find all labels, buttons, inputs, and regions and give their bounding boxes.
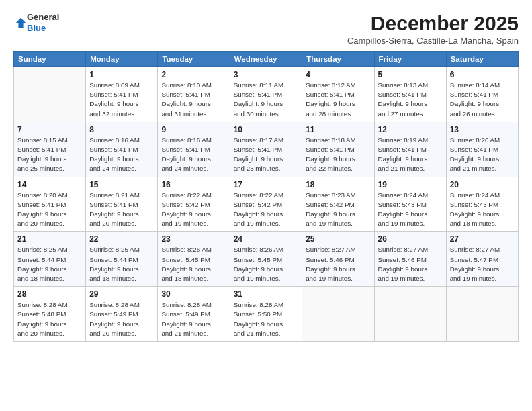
weekday-header-wednesday: Wednesday bbox=[230, 52, 302, 67]
day-number: 16 bbox=[161, 180, 226, 189]
day-info: Sunrise: 8:24 AMSunset: 5:43 PMDaylight:… bbox=[450, 191, 515, 229]
calendar-cell: 26Sunrise: 8:27 AMSunset: 5:46 PMDayligh… bbox=[374, 232, 446, 287]
calendar-cell: 2Sunrise: 8:10 AMSunset: 5:41 PMDaylight… bbox=[158, 67, 230, 122]
calendar-cell: 8Sunrise: 8:16 AMSunset: 5:41 PMDaylight… bbox=[86, 122, 158, 177]
day-number: 11 bbox=[306, 125, 370, 134]
day-info: Sunrise: 8:15 AMSunset: 5:41 PMDaylight:… bbox=[17, 136, 82, 174]
calendar-cell: 27Sunrise: 8:27 AMSunset: 5:47 PMDayligh… bbox=[446, 232, 518, 287]
day-number: 1 bbox=[89, 70, 154, 79]
day-info: Sunrise: 8:23 AMSunset: 5:42 PMDaylight:… bbox=[306, 191, 370, 229]
day-info: Sunrise: 8:28 AMSunset: 5:49 PMDaylight:… bbox=[89, 300, 154, 338]
logo-text: General Blue bbox=[27, 12, 59, 33]
day-number: 30 bbox=[161, 289, 226, 299]
weekday-header-monday: Monday bbox=[86, 52, 158, 67]
calendar-cell: 12Sunrise: 8:19 AMSunset: 5:41 PMDayligh… bbox=[374, 122, 446, 177]
day-info: Sunrise: 8:25 AMSunset: 5:44 PMDaylight:… bbox=[17, 245, 82, 283]
calendar-header: SundayMondayTuesdayWednesdayThursdayFrid… bbox=[14, 52, 519, 67]
calendar-cell: 30Sunrise: 8:28 AMSunset: 5:49 PMDayligh… bbox=[158, 287, 230, 342]
calendar-cell: 22Sunrise: 8:25 AMSunset: 5:44 PMDayligh… bbox=[86, 232, 158, 287]
calendar-cell: 28Sunrise: 8:28 AMSunset: 5:48 PMDayligh… bbox=[14, 287, 86, 342]
weekday-header-friday: Friday bbox=[374, 52, 446, 67]
calendar-cell bbox=[302, 287, 374, 342]
day-number: 26 bbox=[378, 234, 443, 244]
header: General Blue December 2025 Campillos-Sie… bbox=[13, 12, 519, 46]
calendar-cell: 14Sunrise: 8:20 AMSunset: 5:41 PMDayligh… bbox=[14, 177, 86, 232]
calendar-cell: 18Sunrise: 8:23 AMSunset: 5:42 PMDayligh… bbox=[302, 177, 374, 232]
day-number: 18 bbox=[306, 180, 370, 189]
day-info: Sunrise: 8:27 AMSunset: 5:46 PMDaylight:… bbox=[306, 245, 370, 283]
day-number: 10 bbox=[234, 125, 299, 134]
weekday-header-thursday: Thursday bbox=[302, 52, 374, 67]
calendar-cell: 29Sunrise: 8:28 AMSunset: 5:49 PMDayligh… bbox=[86, 287, 158, 342]
location-subtitle: Campillos-Sierra, Castille-La Mancha, Sp… bbox=[347, 36, 519, 46]
day-info: Sunrise: 8:12 AMSunset: 5:41 PMDaylight:… bbox=[306, 81, 370, 119]
day-number: 5 bbox=[378, 70, 443, 79]
day-number: 3 bbox=[234, 70, 299, 79]
calendar-cell: 25Sunrise: 8:27 AMSunset: 5:46 PMDayligh… bbox=[302, 232, 374, 287]
day-number: 28 bbox=[17, 289, 82, 299]
calendar-cell: 20Sunrise: 8:24 AMSunset: 5:43 PMDayligh… bbox=[446, 177, 518, 232]
day-info: Sunrise: 8:16 AMSunset: 5:41 PMDaylight:… bbox=[161, 136, 226, 174]
weekday-header-tuesday: Tuesday bbox=[158, 52, 230, 67]
logo-general: General bbox=[27, 12, 59, 23]
calendar-cell: 11Sunrise: 8:18 AMSunset: 5:41 PMDayligh… bbox=[302, 122, 374, 177]
day-number: 12 bbox=[378, 125, 443, 134]
day-number: 25 bbox=[306, 234, 370, 244]
day-number: 6 bbox=[450, 70, 515, 79]
calendar-cell: 23Sunrise: 8:26 AMSunset: 5:45 PMDayligh… bbox=[158, 232, 230, 287]
day-number: 19 bbox=[378, 180, 443, 189]
logo-blue: Blue bbox=[27, 23, 59, 34]
day-info: Sunrise: 8:28 AMSunset: 5:49 PMDaylight:… bbox=[161, 300, 226, 338]
page: General Blue December 2025 Campillos-Sie… bbox=[0, 0, 532, 411]
week-row-2: 7Sunrise: 8:15 AMSunset: 5:41 PMDaylight… bbox=[14, 122, 519, 177]
calendar-cell bbox=[446, 287, 518, 342]
day-number: 17 bbox=[234, 180, 299, 189]
calendar-cell: 16Sunrise: 8:22 AMSunset: 5:42 PMDayligh… bbox=[158, 177, 230, 232]
calendar-cell: 10Sunrise: 8:17 AMSunset: 5:41 PMDayligh… bbox=[230, 122, 302, 177]
day-info: Sunrise: 8:21 AMSunset: 5:41 PMDaylight:… bbox=[89, 191, 154, 229]
calendar-cell: 5Sunrise: 8:13 AMSunset: 5:41 PMDaylight… bbox=[374, 67, 446, 122]
day-number: 9 bbox=[161, 125, 226, 134]
day-info: Sunrise: 8:16 AMSunset: 5:41 PMDaylight:… bbox=[89, 136, 154, 174]
day-number: 2 bbox=[161, 70, 226, 79]
day-info: Sunrise: 8:19 AMSunset: 5:41 PMDaylight:… bbox=[378, 136, 443, 174]
calendar-cell: 13Sunrise: 8:20 AMSunset: 5:41 PMDayligh… bbox=[446, 122, 518, 177]
weekday-header-row: SundayMondayTuesdayWednesdayThursdayFrid… bbox=[14, 52, 519, 67]
day-info: Sunrise: 8:27 AMSunset: 5:46 PMDaylight:… bbox=[378, 245, 443, 283]
calendar-cell: 21Sunrise: 8:25 AMSunset: 5:44 PMDayligh… bbox=[14, 232, 86, 287]
title-block: December 2025 Campillos-Sierra, Castille… bbox=[347, 12, 519, 46]
calendar-cell: 24Sunrise: 8:26 AMSunset: 5:45 PMDayligh… bbox=[230, 232, 302, 287]
day-number: 31 bbox=[234, 289, 299, 299]
day-info: Sunrise: 8:28 AMSunset: 5:50 PMDaylight:… bbox=[234, 300, 299, 338]
calendar-body: 1Sunrise: 8:09 AMSunset: 5:41 PMDaylight… bbox=[14, 67, 519, 342]
calendar-cell: 6Sunrise: 8:14 AMSunset: 5:41 PMDaylight… bbox=[446, 67, 518, 122]
logo-icon bbox=[15, 17, 27, 29]
day-number: 23 bbox=[161, 234, 226, 244]
day-number: 4 bbox=[306, 70, 370, 79]
day-number: 22 bbox=[89, 234, 154, 244]
day-number: 14 bbox=[17, 180, 82, 189]
day-number: 15 bbox=[89, 180, 154, 189]
week-row-1: 1Sunrise: 8:09 AMSunset: 5:41 PMDaylight… bbox=[14, 67, 519, 122]
day-info: Sunrise: 8:10 AMSunset: 5:41 PMDaylight:… bbox=[161, 81, 226, 119]
weekday-header-saturday: Saturday bbox=[446, 52, 518, 67]
calendar-cell: 17Sunrise: 8:22 AMSunset: 5:42 PMDayligh… bbox=[230, 177, 302, 232]
day-number: 21 bbox=[17, 234, 82, 244]
calendar-cell: 19Sunrise: 8:24 AMSunset: 5:43 PMDayligh… bbox=[374, 177, 446, 232]
logo: General Blue bbox=[13, 12, 59, 33]
day-info: Sunrise: 8:22 AMSunset: 5:42 PMDaylight:… bbox=[234, 191, 299, 229]
calendar-cell: 9Sunrise: 8:16 AMSunset: 5:41 PMDaylight… bbox=[158, 122, 230, 177]
day-number: 8 bbox=[89, 125, 154, 134]
calendar-cell: 15Sunrise: 8:21 AMSunset: 5:41 PMDayligh… bbox=[86, 177, 158, 232]
day-info: Sunrise: 8:20 AMSunset: 5:41 PMDaylight:… bbox=[17, 191, 82, 229]
week-row-3: 14Sunrise: 8:20 AMSunset: 5:41 PMDayligh… bbox=[14, 177, 519, 232]
day-info: Sunrise: 8:18 AMSunset: 5:41 PMDaylight:… bbox=[306, 136, 370, 174]
day-info: Sunrise: 8:20 AMSunset: 5:41 PMDaylight:… bbox=[450, 136, 515, 174]
calendar-cell bbox=[14, 67, 86, 122]
day-info: Sunrise: 8:17 AMSunset: 5:41 PMDaylight:… bbox=[234, 136, 299, 174]
day-info: Sunrise: 8:26 AMSunset: 5:45 PMDaylight:… bbox=[234, 245, 299, 283]
day-info: Sunrise: 8:26 AMSunset: 5:45 PMDaylight:… bbox=[161, 245, 226, 283]
day-number: 20 bbox=[450, 180, 515, 189]
day-number: 7 bbox=[17, 125, 82, 134]
calendar-cell: 4Sunrise: 8:12 AMSunset: 5:41 PMDaylight… bbox=[302, 67, 374, 122]
